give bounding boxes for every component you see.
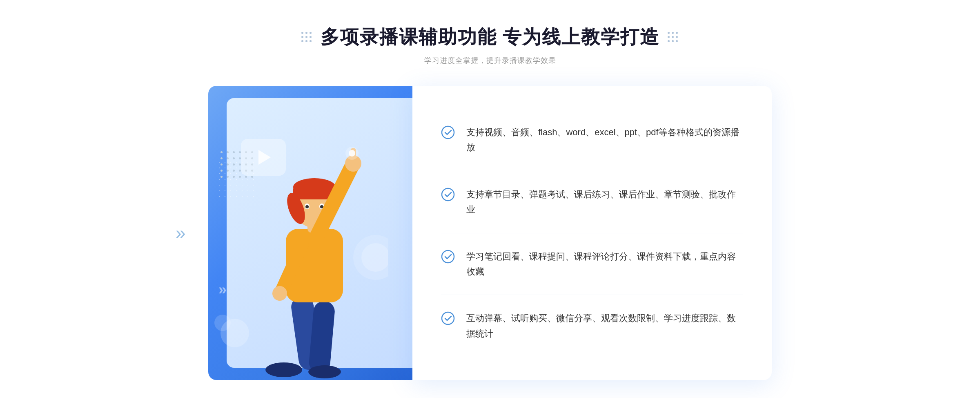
title-dots-left [301,32,312,43]
feature-text-4: 互动弹幕、试听购买、微信分享、观看次数限制、学习进度跟踪、数据统计 [466,311,743,341]
feature-text-2: 支持章节目录、弹题考试、课后练习、课后作业、章节测验、批改作业 [466,187,743,217]
card-wrapper: » [208,86,772,380]
illustration-card: » [208,86,421,380]
title-row: 多项录播课辅助功能 专为线上教学打造 [301,25,679,50]
check-icon-1 [441,125,455,139]
svg-point-3 [308,365,341,378]
header-section: 多项录播课辅助功能 专为线上教学打造 学习进度全掌握，提升录播课教学效果 [301,25,679,65]
deco-circle-2 [214,315,231,331]
title-dots-right [668,32,679,43]
feature-item-2: 支持章节目录、弹题考试、课后练习、课后作业、章节测验、批改作业 [441,171,743,233]
features-card: 支持视频、音频、flash、word、excel、ppt、pdf等各种格式的资源… [412,86,772,380]
feature-text-1: 支持视频、音频、flash、word、excel、ppt、pdf等各种格式的资源… [466,125,743,155]
svg-point-23 [442,126,454,139]
person-illustration [233,119,388,380]
svg-point-20 [345,147,359,160]
feature-item-4: 互动弹幕、试听购买、微信分享、观看次数限制、学习进度跟踪、数据统计 [441,295,743,357]
page-subtitle: 学习进度全掌握，提升录播课教学效果 [424,56,556,65]
feature-item-3: 学习笔记回看、课程提问、课程评论打分、课件资料下载，重点内容收藏 [441,233,743,295]
svg-point-2 [265,362,302,377]
svg-point-12 [305,205,309,208]
feature-item-1: 支持视频、音频、flash、word、excel、ppt、pdf等各种格式的资源… [441,109,743,171]
check-icon-4 [441,311,455,325]
svg-point-25 [442,250,454,263]
svg-point-26 [442,312,454,324]
feature-text-3: 学习笔记回看、课程提问、课程评论打分、课件资料下载，重点内容收藏 [466,249,743,279]
check-icon-3 [441,250,455,264]
svg-point-18 [272,286,287,301]
left-chevron-icon: » [176,223,185,243]
page-title: 多项录播课辅助功能 专为线上教学打造 [321,25,660,50]
svg-point-24 [442,188,454,201]
illus-chevron-icon: » [218,281,227,298]
page-container: 多项录播课辅助功能 专为线上教学打造 学习进度全掌握，提升录播课教学效果 » [0,0,980,398]
check-icon-2 [441,188,455,201]
